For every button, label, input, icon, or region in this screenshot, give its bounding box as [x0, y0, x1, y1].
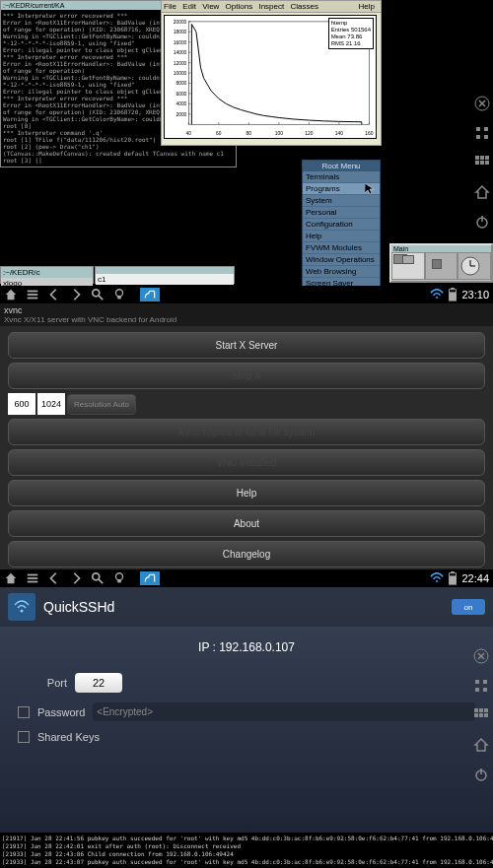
close-icon[interactable] — [473, 648, 489, 664]
xvnc-subtitle: Xvnc X/X11 server with VNC backend for A… — [4, 315, 489, 324]
pager-desk-3[interactable] — [458, 252, 491, 280]
rootmenu-config[interactable]: Configuration — [303, 219, 380, 231]
menu-edit[interactable]: Edit — [182, 2, 196, 11]
c1-window[interactable]: c1 — [95, 266, 235, 284]
root-canvas-window[interactable]: File Edit View Options Inspect Classes H… — [161, 0, 382, 146]
svg-text:140: 140 — [335, 131, 343, 136]
svg-text:10000: 10000 — [174, 71, 187, 76]
svg-text:8000: 8000 — [176, 81, 186, 86]
svg-rect-63 — [28, 574, 38, 576]
power-icon[interactable] — [473, 767, 489, 782]
list-icon[interactable] — [26, 288, 39, 301]
forward-icon[interactable] — [69, 288, 83, 301]
password-row: Password <Encrypted> — [0, 698, 493, 726]
sharedkeys-checkbox[interactable] — [18, 731, 30, 743]
xlogo-window[interactable]: :~/KEDR/c xlogo — [0, 266, 94, 284]
svg-rect-83 — [479, 713, 483, 717]
grid-icon[interactable] — [473, 707, 489, 723]
svg-rect-50 — [485, 161, 489, 165]
svg-rect-42 — [484, 127, 488, 131]
home-icon[interactable] — [473, 737, 489, 753]
svg-rect-48 — [475, 161, 479, 165]
legend-entries: 501564 — [351, 27, 371, 33]
back-icon[interactable] — [47, 288, 61, 301]
search-icon[interactable] — [91, 571, 105, 585]
close-icon[interactable] — [473, 95, 491, 112]
rootmenu-system[interactable]: System — [303, 195, 380, 207]
histogram-chart: htemp Entries 501564 Mean 73.86 RMS 21.1… — [164, 15, 377, 139]
home-icon[interactable] — [4, 288, 18, 301]
svg-line-67 — [99, 579, 103, 583]
back-icon[interactable] — [47, 571, 61, 585]
legend-rms: 21.16 — [346, 40, 361, 46]
xvnc-app: 23:10 xvnc Xvnc X/X11 server with VNC ba… — [0, 286, 493, 569]
c1-label: c1 — [96, 274, 234, 285]
menu-view[interactable]: View — [202, 2, 219, 11]
power-icon[interactable] — [473, 213, 491, 231]
rootmenu-winops[interactable]: Window Operations — [303, 254, 380, 266]
resolution-auto-button[interactable]: Resolution Auto — [67, 394, 136, 415]
svg-rect-84 — [484, 713, 488, 717]
app-tab-icon[interactable] — [140, 288, 160, 301]
width-input[interactable] — [8, 393, 35, 415]
about-button[interactable]: About — [8, 510, 485, 537]
svg-rect-49 — [480, 161, 484, 165]
pager-desk-2[interactable] — [425, 252, 458, 280]
menu-help[interactable]: Help — [359, 2, 375, 11]
quicksshd-app: 22:44 QuickSSHd on IP : 192.168.0.107 Po… — [0, 569, 493, 868]
side-controls-2 — [473, 648, 489, 782]
menu-dots-icon[interactable] — [473, 124, 491, 142]
list-icon[interactable] — [26, 571, 39, 585]
forward-icon[interactable] — [69, 571, 83, 585]
help-button[interactable]: Help — [8, 480, 485, 506]
menu-dots-icon[interactable] — [473, 678, 489, 694]
pager-desk-1[interactable] — [391, 252, 425, 280]
menu-file[interactable]: File — [164, 2, 176, 11]
home-icon[interactable] — [4, 571, 18, 585]
menu-options[interactable]: Options — [226, 2, 253, 11]
stop-x-button[interactable]: Stop X — [8, 363, 485, 389]
fvwm-pager[interactable]: Main — [389, 243, 493, 283]
rootmenu-modules[interactable]: FVWM Modules — [303, 242, 380, 254]
copied-button[interactable]: Xvnc copied to local file system — [8, 419, 485, 445]
port-value[interactable]: 22 — [75, 673, 122, 693]
grid-icon[interactable] — [473, 154, 491, 171]
svg-rect-43 — [476, 135, 480, 139]
vnc-installed-button[interactable]: VNC installed — [8, 449, 485, 476]
resolution-row: Resolution Auto — [8, 393, 485, 415]
battery-icon — [448, 571, 458, 585]
fvwm-root-menu[interactable]: Root Menu Terminals Programs System Pers… — [302, 160, 381, 302]
app-icon — [8, 593, 35, 621]
svg-rect-59 — [117, 297, 121, 300]
svg-rect-62 — [452, 288, 456, 290]
svg-text:16000: 16000 — [174, 40, 187, 45]
svg-text:2000: 2000 — [176, 112, 186, 117]
ssh-log: [21917] Jan 28 22:41:56 pubkey auth succ… — [0, 833, 493, 868]
changelog-button[interactable]: Changelog — [8, 541, 485, 568]
svg-rect-44 — [484, 135, 488, 139]
start-x-button[interactable]: Start X Server — [8, 332, 485, 359]
home-icon[interactable] — [473, 183, 491, 201]
search-icon[interactable] — [91, 288, 105, 301]
rootmenu-web[interactable]: Web Browsing — [303, 266, 380, 278]
rootmenu-personal[interactable]: Personal — [303, 207, 380, 219]
rootmenu-terminals[interactable]: Terminals — [303, 171, 380, 183]
menu-classes[interactable]: Classes — [290, 2, 317, 11]
height-input[interactable] — [37, 393, 65, 415]
password-checkbox[interactable] — [18, 706, 30, 718]
bulb-icon[interactable] — [112, 571, 126, 585]
svg-text:160: 160 — [365, 131, 373, 136]
bulb-icon[interactable] — [112, 288, 126, 301]
svg-rect-53 — [28, 291, 38, 293]
legend-mean: 73.86 — [347, 33, 362, 39]
app-tab-icon[interactable] — [140, 571, 160, 585]
service-toggle[interactable]: on — [452, 599, 485, 615]
rootmenu-help[interactable]: Help — [303, 231, 380, 242]
password-field[interactable]: <Encrypted> — [93, 702, 475, 721]
xvnc-title: xvnc — [4, 305, 489, 315]
svg-rect-55 — [28, 298, 38, 300]
cursor-icon — [365, 183, 377, 195]
root-menubar[interactable]: File Edit View Options Inspect Classes H… — [162, 1, 381, 13]
statusbar-xvnc: 23:10 — [0, 286, 493, 303]
menu-inspect[interactable]: Inspect — [258, 2, 284, 11]
